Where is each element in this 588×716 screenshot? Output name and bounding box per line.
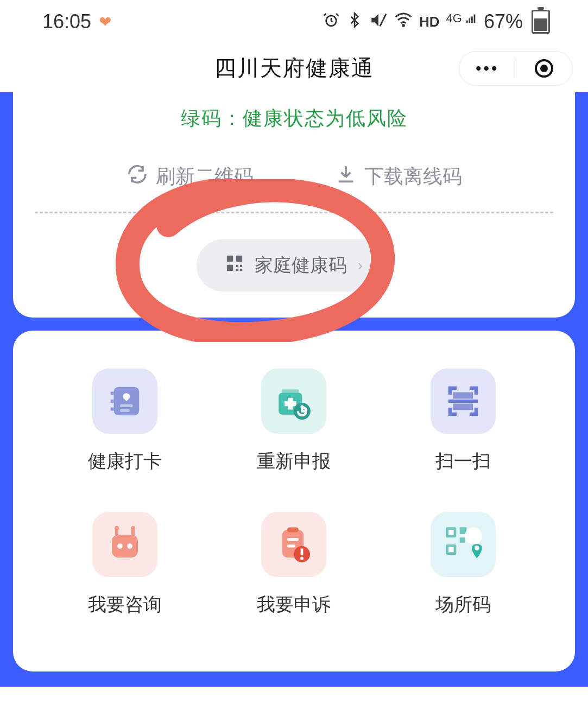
refresh-icon [127,163,148,190]
main-content: 绿码：健康状态为低风险 刷新二维码 下载离线码 家庭健康码 › [0,92,588,687]
svg-point-47 [465,527,482,544]
svg-rect-24 [453,392,473,399]
svg-rect-10 [236,265,238,267]
wifi-icon [394,11,413,33]
grid-label: 场所码 [435,592,491,617]
grid-label: 健康打卡 [88,449,162,474]
nav-bar: 四川天府健康通 ••• [0,43,588,92]
feature-grid: 健康打卡 重新申报 扫一扫 我要咨询 我要申诉 [13,331,575,671]
capsule-close-button[interactable] [516,59,573,78]
refresh-qr-button[interactable]: 刷新二维码 [127,163,254,190]
appeal-icon [261,512,326,577]
svg-point-32 [115,526,119,530]
grid-label: 我要申诉 [257,592,331,617]
svg-rect-39 [301,549,304,555]
status-right: HD 4G 67% [323,10,550,34]
download-icon [335,163,357,190]
scan-icon [431,369,496,434]
svg-rect-8 [236,256,242,262]
action-row: 刷新二维码 下载离线码 [13,154,575,212]
network-label: 4G [446,11,477,26]
health-card: 绿码：健康状态为低风险 刷新二维码 下载离线码 家庭健康码 › [13,92,575,318]
grid-item-venue-code[interactable]: 场所码 [378,512,548,617]
svg-point-28 [117,543,123,549]
family-health-code-button[interactable]: 家庭健康码 › [197,239,392,292]
mute-icon [369,11,388,33]
svg-rect-16 [111,400,114,403]
svg-rect-19 [120,409,130,412]
consult-icon [92,512,157,577]
battery-text: 67% [484,10,523,33]
svg-rect-44 [448,547,454,553]
svg-rect-5 [471,16,473,23]
svg-rect-4 [469,18,470,23]
grid-label: 重新申报 [257,449,331,474]
miniprogram-capsule: ••• [459,51,573,86]
venue-code-icon [431,512,496,577]
grid-item-health-checkin[interactable]: 健康打卡 [40,369,210,474]
svg-rect-27 [112,535,138,557]
grid-item-scan[interactable]: 扫一扫 [378,369,548,474]
svg-rect-17 [111,408,114,411]
svg-point-33 [131,526,135,530]
svg-rect-25 [453,404,473,410]
svg-rect-35 [287,528,299,533]
svg-rect-12 [236,269,238,271]
svg-rect-7 [227,256,233,262]
svg-point-2 [402,24,404,26]
svg-rect-37 [287,544,295,547]
chevron-right-icon: › [358,257,363,274]
status-time: 16:05 [42,10,91,33]
svg-point-40 [300,557,304,560]
redeclare-icon [261,369,326,434]
svg-rect-22 [285,401,297,406]
download-label: 下载离线码 [364,163,462,190]
status-left: 16:05 ❤ [42,10,111,33]
grid-item-redeclare[interactable]: 重新申报 [210,369,379,474]
grid-item-appeal[interactable]: 我要申诉 [210,512,379,617]
svg-rect-36 [287,538,299,541]
qr-icon [225,254,244,277]
svg-rect-46 [460,537,465,543]
capsule-menu-button[interactable]: ••• [459,59,516,78]
target-icon [535,59,553,78]
battery-icon [532,10,550,34]
grid-label: 扫一扫 [435,449,491,474]
page-title: 四川天府健康通 [214,53,374,83]
refresh-label: 刷新二维码 [156,163,254,190]
svg-rect-13 [240,269,242,271]
svg-rect-9 [227,265,233,271]
status-bar: 16:05 ❤ HD 4G 67% [0,0,588,43]
health-status-text: 绿码：健康状态为低风险 [13,92,575,154]
heart-icon: ❤ [99,13,111,31]
alarm-icon [323,11,340,33]
svg-rect-11 [240,265,242,267]
family-code-label: 家庭健康码 [255,253,347,278]
svg-point-29 [127,543,132,549]
svg-rect-42 [448,530,454,535]
svg-rect-3 [466,21,468,23]
svg-rect-15 [111,392,114,395]
svg-point-48 [475,546,479,550]
svg-line-1 [380,14,386,26]
download-offline-button[interactable]: 下载离线码 [335,163,462,190]
dashed-divider [35,212,553,213]
health-checkin-icon [92,369,157,434]
grid-label: 我要咨询 [88,592,162,617]
svg-rect-6 [474,15,476,23]
svg-rect-18 [120,404,132,407]
hd-label: HD [419,14,440,30]
bluetooth-icon [346,12,363,32]
grid-item-consult[interactable]: 我要咨询 [40,512,210,617]
